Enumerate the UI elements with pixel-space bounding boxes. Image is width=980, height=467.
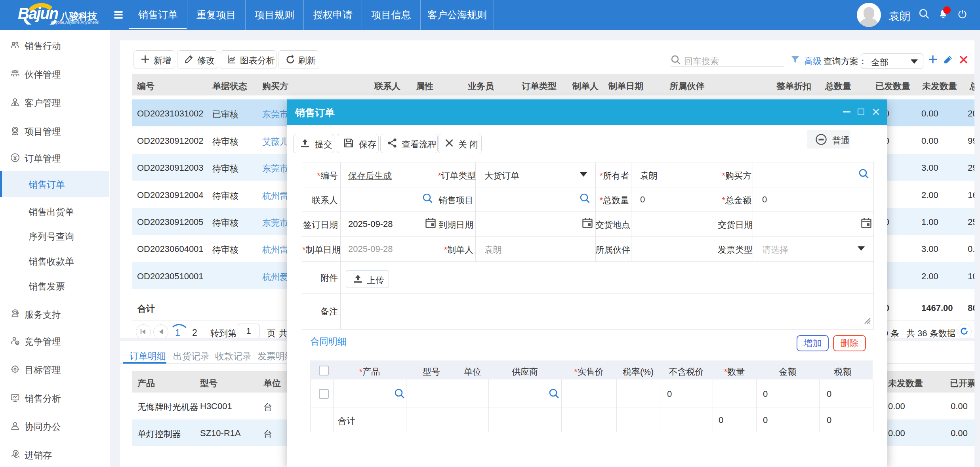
svg-text:VS: VS bbox=[15, 341, 19, 344]
